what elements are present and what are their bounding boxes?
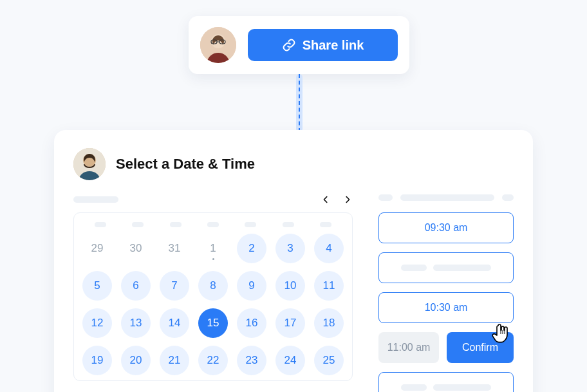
calendar-day[interactable]: 2 xyxy=(237,234,266,263)
calendar-day[interactable]: 20 xyxy=(121,346,151,375)
calendar-day[interactable]: 23 xyxy=(237,346,266,375)
time-slot-panel: 09:30 am10:30 am 11:00 am Confirm xyxy=(378,193,514,392)
guest-avatar xyxy=(73,148,106,180)
time-slot[interactable]: 09:30 am xyxy=(378,212,514,243)
calendar: 2930311234567891011121314151617181920212… xyxy=(73,212,353,381)
calendar-day[interactable]: 8 xyxy=(198,271,228,301)
next-month-button[interactable] xyxy=(342,194,353,205)
selected-date-placeholder xyxy=(378,194,514,201)
calendar-day[interactable]: 25 xyxy=(314,346,344,375)
calendar-day[interactable]: 24 xyxy=(275,346,305,375)
share-link-label: Share link xyxy=(303,38,364,53)
confirm-button[interactable]: Confirm xyxy=(447,332,514,363)
calendar-panel: 2930311234567891011121314151617181920212… xyxy=(73,193,353,392)
calendar-day[interactable]: 6 xyxy=(121,271,151,301)
calendar-day[interactable]: 14 xyxy=(160,308,189,338)
host-avatar xyxy=(200,27,236,63)
calendar-day[interactable]: 29 xyxy=(82,234,112,263)
calendar-day[interactable]: 1 xyxy=(198,234,228,263)
calendar-day[interactable]: 13 xyxy=(121,308,151,338)
calendar-day[interactable]: 5 xyxy=(82,271,112,301)
calendar-day[interactable]: 12 xyxy=(82,308,112,338)
month-label-placeholder xyxy=(73,196,118,203)
calendar-day[interactable]: 30 xyxy=(121,234,151,263)
time-slot-placeholder[interactable] xyxy=(378,252,514,283)
link-icon xyxy=(282,38,296,52)
calendar-day[interactable]: 31 xyxy=(160,234,189,263)
time-slot-placeholder[interactable] xyxy=(378,372,514,392)
time-slot[interactable]: 10:30 am xyxy=(378,292,514,323)
calendar-day[interactable]: 4 xyxy=(314,234,344,263)
booking-card: Select a Date & Time 293031123456 xyxy=(54,130,533,392)
booking-header: Select a Date & Time xyxy=(73,148,514,180)
calendar-day[interactable]: 3 xyxy=(275,234,305,263)
calendar-weekday-header xyxy=(82,222,344,227)
calendar-day-selected[interactable]: 15 xyxy=(198,308,228,338)
page-title: Select a Date & Time xyxy=(116,156,255,173)
calendar-day[interactable]: 11 xyxy=(314,271,344,301)
calendar-day[interactable]: 18 xyxy=(314,308,344,338)
calendar-day[interactable]: 19 xyxy=(82,346,112,375)
calendar-day[interactable]: 9 xyxy=(237,271,266,301)
share-link-button[interactable]: Share link xyxy=(248,29,398,61)
calendar-day[interactable]: 16 xyxy=(237,308,266,338)
calendar-day[interactable]: 17 xyxy=(275,308,305,338)
flow-connector xyxy=(292,74,307,132)
prev-month-button[interactable] xyxy=(321,194,331,205)
calendar-day[interactable]: 21 xyxy=(160,346,189,375)
calendar-day[interactable]: 10 xyxy=(275,271,305,301)
calendar-day[interactable]: 7 xyxy=(160,271,189,301)
calendar-day[interactable]: 22 xyxy=(198,346,228,375)
share-link-card: Share link xyxy=(189,16,409,74)
selected-time-slot[interactable]: 11:00 am xyxy=(378,332,439,363)
